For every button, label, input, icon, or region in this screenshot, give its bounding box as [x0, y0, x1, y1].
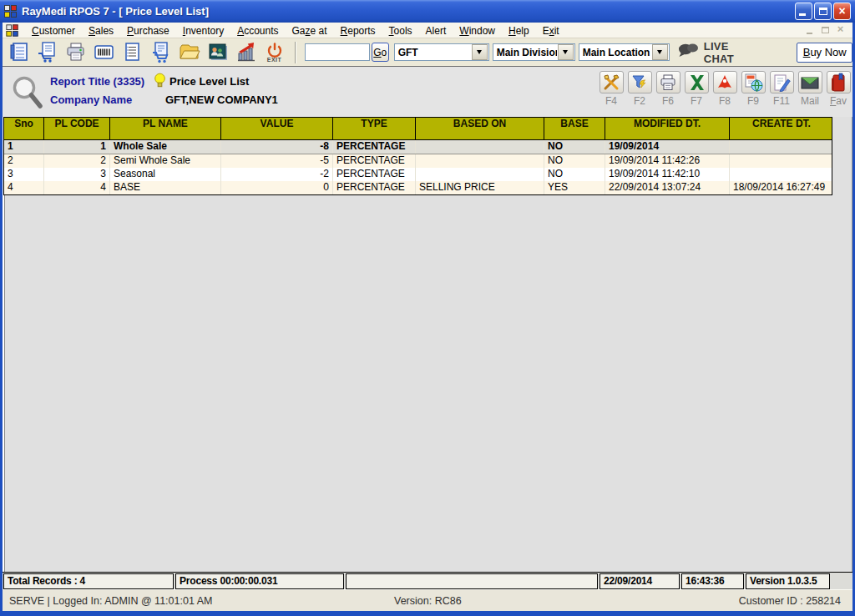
- cell-create-dt-: [730, 168, 833, 181]
- restore-button[interactable]: [814, 3, 832, 20]
- customers-icon[interactable]: [206, 40, 229, 65]
- mail-icon[interactable]: [798, 71, 822, 93]
- edit-icon[interactable]: [770, 71, 794, 93]
- column-header-pl-name[interactable]: PL NAME: [110, 118, 221, 139]
- menu-tools[interactable]: Tools: [382, 25, 419, 37]
- cell-type: PERCENTAGE: [333, 168, 416, 181]
- mdi-close-icon[interactable]: ×: [835, 25, 846, 36]
- cell-value: -8: [221, 140, 333, 154]
- column-header-based-on[interactable]: BASED ON: [416, 118, 544, 139]
- function-button-f9[interactable]: F9: [741, 71, 766, 107]
- status-cell-3: 22/09/2014: [600, 573, 680, 589]
- barcode-icon[interactable]: [93, 40, 115, 65]
- cell-value: -5: [221, 154, 333, 168]
- function-button-label: F2: [634, 95, 645, 107]
- buy-now-button[interactable]: Buy Now: [797, 43, 852, 63]
- live-chat-icon[interactable]: [678, 43, 699, 62]
- function-button-f11[interactable]: F11: [769, 71, 794, 107]
- function-button-fav[interactable]: Fav: [826, 71, 851, 107]
- excel-icon[interactable]: [685, 71, 709, 93]
- html-icon[interactable]: [741, 71, 766, 93]
- chevron-down-icon[interactable]: [652, 44, 668, 60]
- column-header-type[interactable]: TYPE: [333, 118, 416, 139]
- function-button-label: F11: [773, 95, 790, 107]
- cell-based-on: [416, 168, 544, 181]
- close-button[interactable]: ×: [833, 3, 851, 20]
- function-button-f4[interactable]: F4: [599, 71, 624, 107]
- function-button-f6[interactable]: F6: [655, 71, 680, 107]
- table-row[interactable]: 44BASE0PERCENTAGESELLING PRICEYES22/09/2…: [4, 181, 832, 194]
- menu-sales[interactable]: Sales: [82, 25, 120, 37]
- cell-sno: 4: [4, 181, 44, 194]
- cell-pl-code: 1: [44, 140, 110, 154]
- cell-create-dt-: 18/09/2014 16:27:49: [730, 181, 833, 194]
- go-button[interactable]: Go: [372, 43, 389, 62]
- cell-base: NO: [544, 154, 605, 168]
- cell-pl-code: 3: [44, 168, 110, 181]
- function-button-label: F4: [605, 95, 617, 107]
- function-button-label: F8: [719, 95, 731, 107]
- search-input[interactable]: [305, 43, 370, 61]
- sales-cart-icon[interactable]: [36, 40, 58, 65]
- stock-register-icon[interactable]: [121, 40, 144, 65]
- cell-sno: 2: [4, 154, 44, 168]
- mdi-child-icon: [6, 24, 18, 36]
- table-row[interactable]: 33Seasonal-2PERCENTAGENO19/09/2014 11:42…: [4, 168, 832, 181]
- column-header-value[interactable]: VALUE: [221, 118, 333, 139]
- column-header-modified-dt-[interactable]: MODIFIED DT.: [605, 118, 730, 139]
- cell-value: -2: [221, 168, 333, 181]
- menu-inventory[interactable]: Inventory: [176, 25, 230, 37]
- filter-icon[interactable]: [628, 71, 652, 93]
- chevron-down-icon[interactable]: [472, 44, 488, 60]
- ledger-icon[interactable]: [8, 40, 30, 65]
- pdf-icon[interactable]: [713, 71, 737, 93]
- cell-based-on: [416, 140, 544, 154]
- function-button-f7[interactable]: F7: [684, 71, 709, 107]
- cell-pl-name: BASE: [110, 181, 221, 194]
- menu-gaze-at[interactable]: Gaze at: [286, 25, 334, 37]
- table-row[interactable]: 11Whole Sale-8PERCENTAGENO19/09/2014: [4, 140, 832, 154]
- function-button-mail[interactable]: Mail: [797, 71, 822, 107]
- menu-window[interactable]: Window: [453, 25, 502, 37]
- cell-base: NO: [544, 140, 605, 154]
- cell-pl-name: Whole Sale: [110, 140, 221, 154]
- table-row[interactable]: 22Semi Whole Sale-5PERCENTAGENO19/09/201…: [4, 154, 832, 168]
- minimize-button[interactable]: [795, 3, 812, 20]
- tools-icon[interactable]: [600, 71, 624, 93]
- function-button-f2[interactable]: F2: [627, 71, 652, 107]
- function-button-f8[interactable]: F8: [712, 71, 737, 107]
- search-magnifier-icon[interactable]: [9, 73, 46, 115]
- column-header-sno[interactable]: Sno: [4, 118, 44, 139]
- footer-login-info: SERVE | Logged In: ADMIN @ 11:01:01 AM: [9, 595, 212, 607]
- menu-purchase[interactable]: Purchase: [120, 25, 176, 37]
- mdi-restore-icon[interactable]: [820, 25, 831, 36]
- company-select[interactable]: GFT: [394, 43, 489, 61]
- menu-accounts[interactable]: Accounts: [230, 25, 285, 37]
- location-select[interactable]: Main Location: [579, 43, 670, 61]
- printer-icon[interactable]: [64, 40, 87, 65]
- chart-icon[interactable]: [235, 40, 257, 65]
- cell-type: PERCENTAGE: [333, 140, 416, 154]
- purchase-cart-icon[interactable]: [149, 40, 172, 65]
- menu-help[interactable]: Help: [502, 25, 536, 37]
- menu-reports[interactable]: Reports: [334, 25, 382, 37]
- division-select[interactable]: Main Division: [493, 43, 575, 61]
- exit-power-icon[interactable]: EXIT: [263, 40, 286, 65]
- favorites-icon[interactable]: [827, 71, 851, 93]
- cell-pl-code: 2: [44, 154, 110, 168]
- mdi-minimize-icon[interactable]: [805, 25, 816, 36]
- menu-customer[interactable]: Customer: [25, 25, 82, 37]
- column-header-create-dt-[interactable]: CREATE DT.: [730, 118, 833, 139]
- cell-based-on: [416, 154, 544, 168]
- chevron-down-icon[interactable]: [558, 44, 574, 60]
- menu-exit[interactable]: Exit: [536, 25, 566, 37]
- cell-pl-name: Semi Whole Sale: [110, 154, 221, 168]
- print-icon[interactable]: [656, 71, 680, 93]
- menu-alert[interactable]: Alert: [419, 25, 453, 37]
- footer-bar: SERVE | Logged In: ADMIN @ 11:01:01 AM V…: [3, 589, 852, 611]
- column-header-pl-code[interactable]: PL CODE: [44, 118, 110, 139]
- cell-type: PERCENTAGE: [333, 154, 416, 168]
- folder-open-icon[interactable]: [178, 40, 200, 65]
- status-cell-5: Version 1.0.3.5: [746, 573, 830, 589]
- column-header-base[interactable]: BASE: [544, 118, 605, 139]
